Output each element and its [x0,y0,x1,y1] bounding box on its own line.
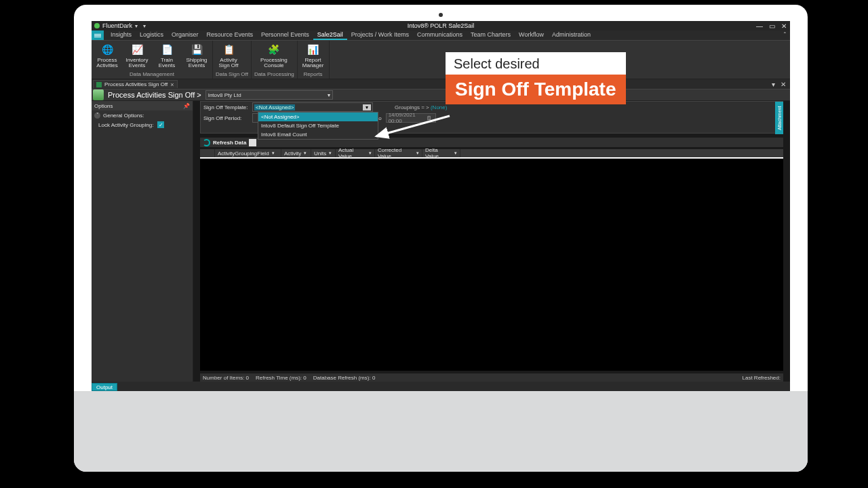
general-options-section[interactable]: ˅ General Options: [92,110,193,120]
results-table: ActivityGroupingField▾ Activity▾ Units▾ … [200,149,783,371]
template-option-default[interactable]: Intov8 Default Sign Off Template [258,121,378,130]
train-events-label: Train Events [154,58,180,69]
status-db-refresh: Database Refresh (ms): 0 [313,375,376,381]
sign-off-template-label: Sign Off Template: [203,104,248,110]
doc-dropdown-icon[interactable]: ▾ [772,81,775,88]
shipping-events-button[interactable]: 💾 Shipping Events [184,42,210,70]
ribbon-group-data-management: 🌐 Process Activities 📈 Inventory Events … [92,41,213,79]
refresh-button[interactable]: Refresh Data [213,140,246,146]
status-refresh-time: Refresh Time (ms): 0 [256,375,307,381]
tab-resource-events[interactable]: Resource Events [203,30,258,40]
lock-activity-grouping-label: Lock Activity Grouping: [98,122,153,128]
tab-administration[interactable]: Administration [548,30,595,40]
document-tab-strip: Process Activities Sign Off × ▾ ✕ [92,79,790,89]
template-option-email-count[interactable]: Intov8 Email Count [258,130,378,139]
col-activity-grouping[interactable]: ActivityGroupingField▾ [215,149,281,157]
title-bar: FluentDark ▾ ▾ Intov8® POLR Sale2Sail — … [92,21,790,30]
tab-sale2sail[interactable]: Sale2Sail [313,30,347,40]
sign-off-period-label: Sign Off Period: [203,115,248,121]
col-activity[interactable]: Activity▾ [281,149,311,157]
inventory-events-label: Inventory Events [124,58,150,69]
group-title-data-sign-off: Data Sign Off [216,70,248,77]
monitor-bezel: FluentDark ▾ ▾ Intov8® POLR Sale2Sail — … [74,5,808,472]
sign-off-template-dropdown[interactable]: <Not Assigned> Intov8 Default Sign Off T… [258,112,378,140]
tab-workflow[interactable]: Workflow [515,30,548,40]
inventory-events-button[interactable]: 📈 Inventory Events [124,42,150,70]
clear-filters-button[interactable] [249,139,256,146]
ribbon-collapse-icon[interactable]: ˆ [784,32,790,39]
lock-activity-grouping-checkbox[interactable]: ✓ [157,121,164,128]
row-selector-column [200,149,215,157]
document-tab[interactable]: Process Activities Sign Off × [93,80,178,88]
tab-insights[interactable]: Insights [106,30,136,40]
attachment-tab[interactable]: Attachment [775,102,783,134]
group-title-data-management: Data Management [94,70,210,77]
screen: FluentDark ▾ ▾ Intov8® POLR Sale2Sail — … [92,21,790,391]
processing-console-button[interactable]: 🧩 Processing Console [254,42,294,70]
sign-off-template-value: <Not Assigned> [254,104,295,110]
report-manager-icon: 📊 [305,42,321,57]
col-corrected-value[interactable]: Corrected Value▾ [375,149,422,157]
process-activities-label: Process Activities [94,58,120,69]
camera-dot [439,13,443,17]
output-tab[interactable]: Output [92,383,117,391]
inventory-events-icon: 📈 [129,42,145,57]
process-activities-button[interactable]: 🌐 Process Activities [94,42,120,70]
lock-activity-grouping-row: Lock Activity Grouping: ✓ [92,120,193,129]
ribbon-tab-strip: Insights Logistics Organiser Resource Ev… [92,30,790,40]
processing-console-label: Processing Console [254,58,294,69]
tab-communications[interactable]: Communications [413,30,467,40]
tab-projects[interactable]: Projects / Work Items [347,30,413,40]
desk-strip [74,391,808,472]
shipping-events-icon: 💾 [189,42,205,57]
app-window: FluentDark ▾ ▾ Intov8® POLR Sale2Sail — … [92,21,790,391]
train-events-button[interactable]: 📄 Train Events [154,42,180,70]
template-option-not-assigned[interactable]: <Not Assigned> [258,113,378,121]
tab-organiser[interactable]: Organiser [167,30,203,40]
process-activities-icon: 🌐 [99,42,115,57]
ribbon-group-data-processing: 🧩 Processing Console Data Processing [252,41,298,79]
col-units[interactable]: Units▾ [311,149,336,157]
document-tab-close-icon[interactable]: × [170,81,174,88]
processing-console-icon: 🧩 [266,42,282,57]
status-last-refreshed: Last Refreshed: [743,375,781,381]
shipping-events-label: Shipping Events [184,58,210,69]
svg-line-0 [376,116,450,136]
company-select[interactable]: Intov8 Pty Ltd ▾ [205,90,333,100]
sign-off-template-select[interactable]: <Not Assigned> ▾ [252,102,373,112]
tab-team-charters[interactable]: Team Charters [467,30,515,40]
pin-icon[interactable]: 📌 [183,103,190,109]
activity-sign-off-button[interactable]: 📋 Activity Sign Off [216,42,241,70]
callout-line2: Sign Off Template [446,75,626,104]
options-header-label: Options [94,103,113,109]
callout-arrow-icon [370,109,451,150]
group-title-data-processing: Data Processing [254,70,294,77]
main-panel: Sign Off Template: <Not Assigned> ▾ Grou… [193,101,790,382]
col-delta-value[interactable]: Delta Value▾ [422,149,460,157]
col-actual-value[interactable]: Actual Value▾ [336,149,375,157]
page-title: Process Activities Sign Off > [104,91,205,99]
group-title-reports: Reports [300,70,326,77]
report-manager-button[interactable]: 📊 Report Manager [300,42,326,70]
collapse-icon: ˅ [94,113,100,119]
status-items: Number of Items: 0 [203,375,249,381]
ribbon-group-data-sign-off: 📋 Activity Sign Off Data Sign Off [213,41,252,79]
company-select-value: Intov8 Pty Ltd [208,92,241,98]
activity-sign-off-icon: 📋 [220,42,237,57]
document-tab-label: Process Activities Sign Off [104,81,167,87]
tab-personnel-events[interactable]: Personnel Events [257,30,313,40]
breadcrumb-bar: Process Activities Sign Off > Intov8 Pty… [92,89,790,101]
document-tab-icon [96,82,102,87]
chevron-down-icon: ▾ [328,92,330,98]
tab-logistics[interactable]: Logistics [136,30,167,40]
report-manager-label: Report Manager [300,58,326,69]
refresh-icon[interactable] [203,139,210,146]
window-title: Intov8® POLR Sale2Sail [92,22,790,29]
general-options-label: General Options: [103,113,144,119]
ribbon-group-reports: 📊 Report Manager Reports [298,41,330,79]
ribbon-tabs: Insights Logistics Organiser Resource Ev… [106,30,595,40]
callout-line1: Select desired [446,52,626,76]
breadcrumb-icon [93,89,104,100]
doc-close-all-icon[interactable]: ✕ [781,81,786,88]
app-menu-button[interactable] [92,30,104,40]
